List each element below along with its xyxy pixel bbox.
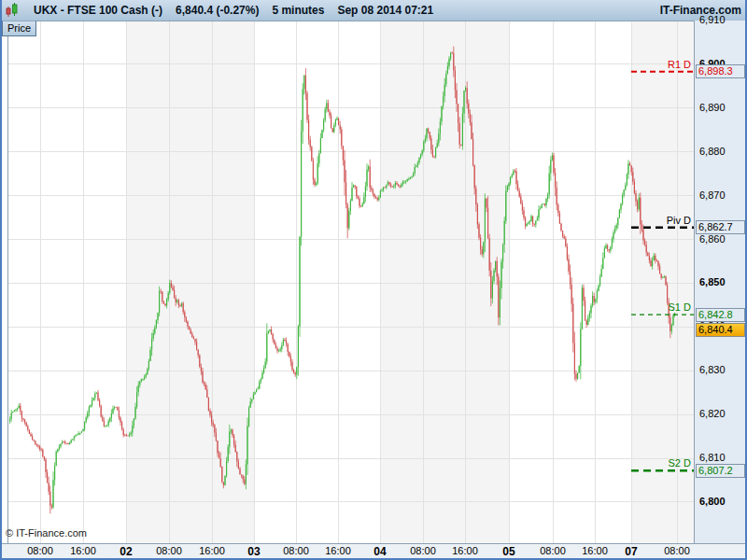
candle-body (218, 454, 219, 459)
candle-body (311, 147, 312, 161)
candle-body (486, 199, 486, 208)
candle-body (205, 385, 206, 390)
candle-body (535, 220, 536, 224)
x-axis-tick-label: 08:00 (156, 545, 182, 556)
candle-body (365, 187, 366, 197)
candle-body (67, 443, 68, 444)
candle-body (126, 435, 127, 436)
candle-body (580, 329, 581, 366)
candle-body (79, 433, 80, 434)
candle-body (139, 382, 140, 385)
candle-body (395, 183, 396, 186)
candle-body (445, 74, 446, 84)
candle-body (413, 174, 414, 177)
candle-body (447, 66, 448, 74)
candle-body (308, 119, 309, 139)
candle-body (642, 230, 643, 241)
time-axis[interactable]: 08:0016:000208:0016:000308:0016:000408:0… (0, 543, 745, 559)
candle-body (208, 398, 209, 411)
candle-body (323, 120, 324, 130)
candle-body (189, 327, 190, 330)
candle-body (179, 305, 180, 306)
candle-body (15, 410, 16, 411)
candle-body (318, 153, 319, 163)
candle-body (75, 435, 76, 436)
candle-body (163, 301, 164, 304)
pivot-level-label: S2 D (669, 457, 691, 469)
candle-body (232, 430, 233, 436)
candle-body (96, 393, 97, 394)
candle-body (512, 175, 513, 177)
candle-body (157, 313, 158, 320)
candle-body (363, 197, 364, 203)
candle-body (656, 260, 657, 261)
candle-body (314, 179, 315, 185)
candle-body (141, 379, 142, 381)
candle-body (520, 197, 521, 203)
candle-body (288, 344, 289, 352)
candle-body (30, 434, 31, 436)
candle-body (132, 426, 133, 433)
candle-body (146, 374, 147, 377)
candle-body (443, 96, 444, 106)
candle-body (465, 88, 466, 91)
candle-body (332, 128, 333, 132)
candle-body (243, 476, 244, 480)
candle-body (422, 150, 423, 154)
candle-body (510, 177, 511, 184)
candle-body (172, 287, 173, 290)
candle-body (164, 303, 165, 305)
price-chart[interactable] (0, 0, 747, 560)
candle-body (166, 300, 167, 306)
candle-body (186, 317, 187, 321)
candle-body (595, 300, 596, 302)
tab-price[interactable]: Price (2, 21, 36, 36)
candle-body (320, 138, 321, 153)
candle-body (417, 162, 418, 165)
x-axis-tick-label: 08:00 (410, 545, 436, 556)
candle-body (301, 132, 302, 237)
x-axis-tick-label: 16:00 (582, 545, 608, 556)
candle-body (377, 198, 378, 200)
candle-body (39, 446, 40, 449)
candle-body (456, 91, 457, 105)
candle-body (598, 286, 599, 291)
candle-body (331, 116, 331, 129)
candle-body (359, 199, 359, 206)
candle-body (72, 440, 73, 441)
candle-body (356, 187, 357, 196)
candle-body (629, 163, 630, 165)
candle-body (305, 76, 306, 93)
candle-body (176, 298, 176, 301)
candle-body (114, 407, 115, 408)
candle-body (37, 445, 38, 446)
candle-body (326, 103, 327, 109)
pivot-level-value-box: 6,842.8 (696, 308, 745, 322)
candle-body (398, 185, 399, 187)
candle-body (228, 447, 229, 461)
candle-body (258, 388, 259, 389)
candle-body (93, 398, 94, 399)
candle-body (504, 221, 505, 245)
candle-body (295, 372, 296, 374)
candle-body (49, 483, 49, 491)
candle-body (637, 202, 638, 210)
candle-body (151, 339, 152, 350)
candle-body (401, 185, 402, 187)
candle-body (247, 426, 247, 464)
candle-body (544, 203, 545, 205)
candle-body (238, 462, 239, 469)
candle-body (609, 249, 610, 250)
candle-body (525, 217, 526, 226)
candle-body (374, 194, 374, 197)
candle-body (478, 224, 479, 237)
candle-body (321, 130, 322, 138)
candle-body (211, 415, 212, 423)
candle-body (69, 442, 70, 444)
candle-body (370, 167, 371, 189)
candle-body (420, 154, 421, 158)
y-axis-tick-label: 6,850 (699, 276, 726, 287)
candle-body (492, 281, 493, 298)
pivot-level-label: S1 D (669, 301, 691, 313)
candle-body (341, 130, 342, 147)
